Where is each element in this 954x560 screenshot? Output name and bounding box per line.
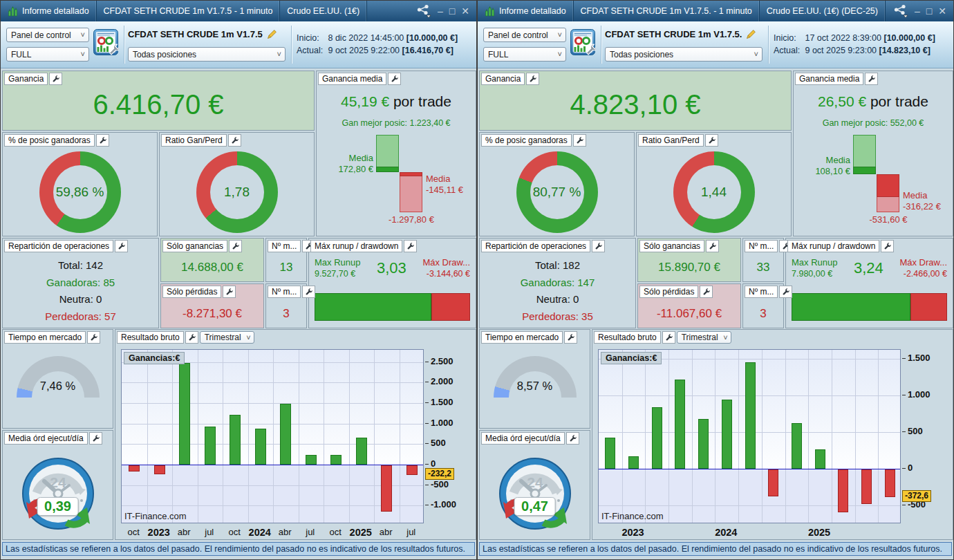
tab-informe-detallado[interactable]: Informe detallado — [478, 1, 574, 21]
settings-wrench-button[interactable] — [592, 240, 605, 252]
avg-win-label: Media108,10 € — [794, 155, 850, 177]
close-button[interactable]: ✕ — [461, 6, 469, 16]
settings-wrench-button[interactable] — [865, 73, 878, 85]
y-tick-label: 1.500 — [908, 353, 930, 363]
wrench-icon — [89, 333, 98, 342]
max-loss-label: -1.297,80 € — [389, 214, 434, 225]
tab-market[interactable]: Crudo EE.UU. (1€) — [280, 1, 367, 21]
last-value-badge: -372,6 — [902, 490, 931, 502]
settings-wrench-button[interactable] — [96, 134, 109, 147]
y-tick-mark — [425, 485, 429, 485]
section-title: Nº m... — [745, 240, 778, 252]
settings-wrench-button[interactable] — [706, 240, 719, 252]
y-tick-mark — [425, 443, 429, 444]
settings-wrench-button[interactable] — [388, 73, 401, 85]
maximize-button[interactable]: □ — [449, 6, 455, 16]
settings-wrench-button[interactable] — [302, 286, 315, 298]
settings-wrench-button[interactable] — [89, 432, 102, 445]
settings-wrench-button[interactable] — [662, 331, 675, 344]
settings-wrench-button[interactable] — [881, 240, 894, 252]
edit-pencil-icon[interactable] — [267, 29, 277, 39]
start-info: Inicio: 17 oct 2022 8:39:00 [10.000,00 €… — [774, 32, 935, 44]
wrench-icon — [707, 136, 716, 145]
time-in-market-section: Tiempo en mercado 8,57 % — [479, 329, 590, 429]
settings-wrench-button[interactable] — [223, 286, 236, 298]
edit-pencil-icon[interactable] — [746, 29, 756, 39]
settings-wrench-button[interactable] — [573, 134, 586, 147]
view-select[interactable]: Panel de control — [483, 28, 566, 42]
window-controls: – □ ✕ — [886, 1, 953, 21]
settings-wrench-button[interactable] — [185, 331, 198, 344]
report-settings-icon[interactable] — [570, 28, 596, 59]
tab-trading-system[interactable]: CFDAT SETH CRUDE 1m V1.7.5. - 1 minuto — [574, 1, 760, 21]
settings-wrench-button[interactable] — [705, 134, 718, 147]
mode-select[interactable]: FULL — [483, 47, 566, 62]
settings-wrench-button[interactable] — [404, 240, 417, 252]
tab-market[interactable]: Crudo EE.UU. (1€) (DEC-25) — [760, 1, 886, 21]
mode-select[interactable]: FULL — [6, 47, 89, 62]
y-tick-label: 1.000 — [908, 389, 930, 400]
section-title: % de posic ganadoras — [481, 134, 572, 147]
settings-wrench-button[interactable] — [229, 240, 242, 252]
section-title: Media órd ejecut/día — [481, 432, 565, 445]
bar-chart-plot: Ganancias:€ IT-Finance.com — [121, 349, 424, 523]
total-trades: Total: 142 — [7, 259, 154, 271]
drawdown-bar — [910, 293, 947, 321]
chart-bar — [652, 407, 662, 469]
minimize-button[interactable]: – — [915, 6, 920, 16]
chart-bar — [815, 449, 825, 469]
orders-per-day-value: 0,39 — [37, 497, 79, 516]
settings-wrench-button[interactable] — [566, 432, 579, 445]
x-tick-label: jul — [205, 527, 214, 537]
share-icon[interactable] — [416, 4, 431, 18]
wrench-icon — [91, 434, 100, 443]
view-select[interactable]: Panel de control — [6, 28, 89, 42]
settings-wrench-button[interactable] — [87, 331, 100, 344]
grid-line — [599, 505, 900, 506]
settings-wrench-button[interactable] — [228, 134, 241, 147]
x-tick-label: 2024 — [715, 527, 737, 538]
x-tick-label: abr — [279, 527, 292, 537]
watermark: IT-Finance.com — [601, 511, 664, 521]
chart-bar — [722, 400, 732, 469]
tab-informe-detallado[interactable]: Informe detallado — [1, 1, 97, 21]
avg-gain-section: Ganancia media 45,19 € por trade Gan mej… — [316, 71, 476, 236]
max-drawdown: Máx Draw...-2.466,00 € — [899, 256, 947, 280]
y-tick-mark — [902, 505, 906, 505]
settings-wrench-button[interactable] — [564, 331, 577, 344]
settings-wrench-button[interactable] — [779, 286, 792, 298]
tab-label: CFDAT SETH CRUDE 1m V1.7.5. - 1 minuto — [581, 6, 752, 16]
section-title: Sólo pérdidas — [639, 286, 698, 298]
settings-wrench-button[interactable] — [700, 286, 713, 298]
wrench-icon — [664, 333, 673, 342]
wrench-icon — [867, 75, 876, 84]
chart-bar — [792, 423, 802, 469]
report-settings-icon[interactable] — [93, 28, 119, 59]
tab-trading-system[interactable]: CFDAT SETH CRUDE 1m V1.7.5 - 1 minuto — [97, 1, 281, 21]
close-button[interactable]: ✕ — [938, 6, 946, 16]
minimize-button[interactable]: – — [438, 6, 443, 16]
y-tick-mark — [902, 468, 906, 469]
section-title: Ganancia media — [318, 73, 386, 85]
current-info: Actual: 9 oct 2025 9:22:00 [16.416,70 €] — [297, 44, 458, 57]
period-select[interactable]: Trimestral — [677, 331, 731, 344]
winning-trades: Ganadoras: 147 — [484, 277, 631, 288]
tab-label: Crudo EE.UU. (1€) — [287, 6, 359, 16]
positions-select[interactable]: Todas posiciones — [605, 47, 763, 62]
settings-wrench-button[interactable] — [526, 73, 539, 85]
section-title: Nº m... — [745, 286, 778, 298]
neutral-trades: Neutra: 0 — [484, 293, 631, 305]
maximize-button[interactable]: □ — [926, 6, 932, 16]
grid-line — [147, 350, 148, 523]
share-icon[interactable] — [893, 4, 908, 18]
wrench-icon — [390, 75, 399, 84]
grid-line — [715, 350, 716, 523]
settings-wrench-button[interactable] — [115, 240, 128, 252]
chart-bar — [885, 469, 895, 497]
settings-wrench-button[interactable] — [49, 73, 62, 85]
period-select[interactable]: Trimestral — [200, 331, 254, 344]
grid-line — [738, 350, 739, 523]
chart-bar — [381, 465, 392, 512]
positions-select[interactable]: Todas posiciones — [128, 47, 286, 62]
chart-layers — [599, 350, 900, 523]
